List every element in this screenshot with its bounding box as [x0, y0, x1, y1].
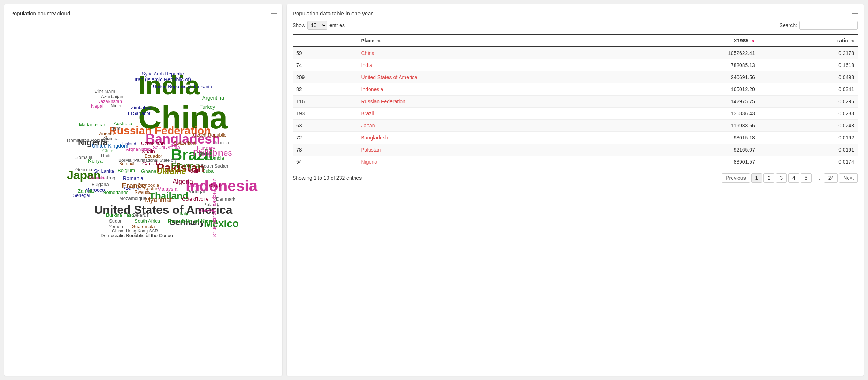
word-cuba[interactable]: Cuba: [202, 169, 214, 174]
cell-ratio: 0.0283: [759, 108, 858, 120]
word-united-republic-of-t[interactable]: United Republic of Tanzania: [153, 84, 212, 89]
word-niger[interactable]: Niger: [110, 103, 122, 108]
cell-ratio: 0.0248: [759, 120, 858, 132]
word-côte-d'ivoire[interactable]: Côte d'Ivoire: [182, 197, 209, 201]
cell-x1985: 93015.18: [618, 132, 759, 144]
word-slovakia[interactable]: Slovakia: [89, 175, 107, 180]
word-sri-lanka[interactable]: Sri Lanka: [94, 169, 114, 174]
cell-place[interactable]: Russian Federation: [358, 96, 618, 108]
pagination-page-1[interactable]: 1: [751, 173, 762, 183]
cell-rank: 209: [293, 71, 358, 83]
word-nepal[interactable]: Nepal: [91, 104, 103, 108]
pagination-page-24[interactable]: 24: [824, 173, 838, 183]
cell-place[interactable]: Nigeria: [358, 156, 618, 168]
word-azerbaijan[interactable]: Azerbaijan: [101, 94, 123, 99]
word-italy[interactable]: Italy: [180, 211, 188, 216]
word-ukraine[interactable]: Ukraine: [156, 167, 186, 175]
cell-x1985: 165012.20: [618, 83, 759, 96]
word-south-sudan[interactable]: South Sudan: [201, 164, 228, 168]
search-input[interactable]: [799, 21, 858, 30]
word-burkina-faso[interactable]: Burkina Faso: [106, 213, 134, 217]
cell-ratio: 0.0191: [759, 144, 858, 156]
cell-x1985: 83901.57: [618, 156, 759, 168]
word-belgium[interactable]: Belgium: [118, 168, 135, 173]
cell-place[interactable]: Indonesia: [358, 83, 618, 96]
word-georgia[interactable]: Georgia: [75, 167, 92, 172]
pagination-page-2[interactable]: 2: [763, 173, 774, 183]
word-argentina[interactable]: Argentina: [202, 95, 224, 100]
cell-x1985: 240691.56: [618, 71, 759, 83]
table-row: 63Japan119988.660.0248: [293, 120, 858, 132]
cell-place[interactable]: Bangladesh: [358, 132, 618, 144]
word-chile[interactable]: Chile: [102, 148, 113, 153]
word-viet-nam[interactable]: Viet Nam: [94, 89, 115, 94]
pagination-prev[interactable]: Previous: [722, 173, 750, 183]
word-iran-(islamic-republ[interactable]: Iran (Islamic Republic of): [135, 77, 191, 82]
word-malaysia[interactable]: Malaysia: [157, 186, 177, 191]
word-netherlands[interactable]: Netherlands: [103, 190, 128, 195]
word-hungary[interactable]: Hungary: [197, 146, 215, 150]
entries-select[interactable]: 10 25 50 100: [307, 21, 327, 30]
word-burundi[interactable]: Burundi: [119, 161, 134, 166]
word-uganda[interactable]: Uganda: [212, 140, 229, 145]
cell-x1985: 136836.43: [618, 108, 759, 120]
cell-place[interactable]: India: [358, 59, 618, 71]
word-denmark[interactable]: Denmark: [216, 197, 235, 201]
word-romania[interactable]: Romania: [123, 176, 143, 181]
word-south-africa[interactable]: South Africa: [135, 219, 160, 223]
show-entries-control: Show 10 25 50 100 entries: [293, 21, 345, 30]
word-dominican-republic[interactable]: Dominican Republic: [67, 138, 109, 143]
word-senegal[interactable]: Senegal: [73, 193, 90, 198]
word-mozambique[interactable]: Mozambique: [119, 196, 146, 201]
data-table-minimize[interactable]: —: [852, 10, 858, 16]
pagination-next[interactable]: Next: [839, 173, 858, 183]
cell-place[interactable]: Pakistan: [358, 144, 618, 156]
word-saudi-arabia[interactable]: Saudi Arabia: [153, 145, 180, 150]
show-label: Show: [293, 22, 305, 28]
word-portugal[interactable]: Portugal: [187, 189, 205, 194]
word-turkey[interactable]: Turkey: [200, 104, 215, 109]
cell-place[interactable]: United States of America: [358, 71, 618, 83]
word-sudan[interactable]: Sudan: [109, 219, 123, 223]
pagination-page-3[interactable]: 3: [776, 173, 787, 183]
word-finland[interactable]: Finland: [122, 142, 136, 146]
word-somalia[interactable]: Somalia: [75, 155, 93, 160]
word-canada[interactable]: Canada: [142, 161, 160, 166]
word-zimbabwe[interactable]: Zimbabwe: [131, 105, 153, 110]
col-place[interactable]: Place ⇅: [358, 34, 618, 47]
word-belarus[interactable]: Belarus: [133, 213, 149, 217]
word-madagascar[interactable]: Madagascar: [79, 122, 105, 127]
word-greece[interactable]: Greece: [198, 208, 214, 212]
pagination-page-4[interactable]: 4: [788, 173, 799, 183]
word-czech-republic[interactable]: Czech Republic: [193, 133, 226, 137]
col-x1985[interactable]: X1985 ▼: [618, 34, 759, 47]
word-malawi[interactable]: Malawi: [188, 183, 202, 188]
cell-place[interactable]: Japan: [358, 120, 618, 132]
word-ghana[interactable]: Ghana: [141, 169, 156, 174]
cell-x1985: 142975.75: [618, 96, 759, 108]
word-myanmar[interactable]: Myanmar: [145, 197, 172, 203]
col-ratio[interactable]: ratio ⇅: [759, 34, 858, 47]
entries-label: entries: [329, 22, 345, 28]
word-dем.-people's-republ[interactable]: Dем. People's Republic of Korea: [212, 178, 217, 237]
word-democratic-republic-[interactable]: Democratic Republic of the Congo: [101, 233, 173, 237]
cell-x1985: 782085.13: [618, 59, 759, 71]
word-haiti[interactable]: Haiti: [101, 153, 110, 158]
word-mali[interactable]: Mali: [189, 169, 198, 174]
cell-place[interactable]: China: [358, 47, 618, 59]
word-republic-of-korea[interactable]: Republic of Korea: [167, 219, 218, 224]
cell-ratio: 0.0174: [759, 156, 858, 168]
word-cloud-minimize[interactable]: —: [271, 10, 277, 16]
cell-place[interactable]: Brazil: [358, 108, 618, 120]
word-egypt[interactable]: Egypt: [108, 126, 120, 131]
pagination-page-5[interactable]: 5: [801, 173, 812, 183]
table-controls: Show 10 25 50 100 entries Search:: [293, 21, 858, 30]
word-syria-arab-republic[interactable]: Syria Arab Republic: [142, 71, 184, 76]
word-el-salvador[interactable]: El Salvador: [128, 111, 150, 116]
word-bulgaria[interactable]: Bulgaria: [91, 182, 109, 187]
word-afghanistan[interactable]: Afghanistan: [126, 147, 151, 152]
word-iraq[interactable]: Iraq: [107, 175, 115, 180]
word-colombia[interactable]: Colombia: [204, 156, 224, 160]
word-cambodia[interactable]: Cambodia: [137, 183, 159, 187]
word-rwanda[interactable]: Rwanda: [135, 190, 151, 194]
